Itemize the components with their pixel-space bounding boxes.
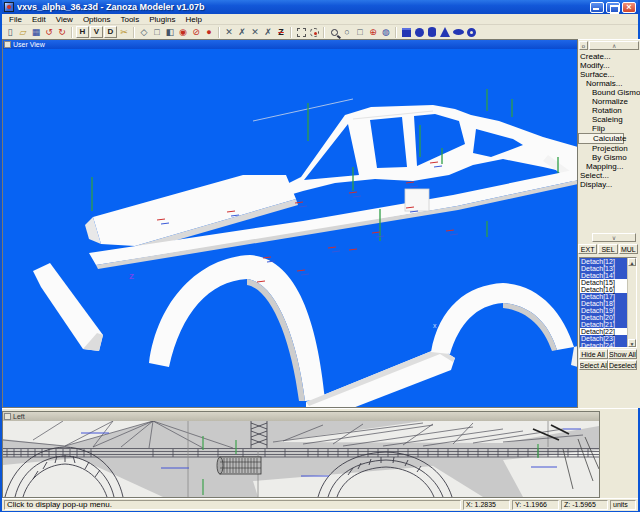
material-sphere-icon[interactable]: ◍: [380, 26, 392, 38]
sidebar-item-normalize[interactable]: Normalize: [578, 97, 640, 106]
deselect-button[interactable]: Deselect: [608, 360, 637, 370]
red-sphere-icon[interactable]: ●: [203, 26, 215, 38]
list-item[interactable]: Detach[18]: [580, 300, 627, 307]
list-item[interactable]: Detach[23]: [580, 335, 627, 342]
mirror-y-icon[interactable]: ✗: [236, 26, 248, 38]
list-item[interactable]: Detach[15]: [580, 279, 627, 286]
target-icon[interactable]: ⊕: [367, 26, 379, 38]
sidebar-item-mapping[interactable]: Mapping...: [578, 162, 640, 171]
cube-view-icon[interactable]: □: [354, 26, 366, 38]
viewport-maximize-icon[interactable]: [4, 413, 11, 420]
list-item[interactable]: Detach[17]: [580, 293, 627, 300]
mul-mode-button[interactable]: MUL: [619, 244, 638, 254]
sidebar-item-normals[interactable]: Normals...: [578, 79, 640, 88]
sidebar-item-surface[interactable]: Surface...: [578, 70, 640, 79]
sidebar-corner-button[interactable]: o: [579, 41, 588, 50]
close-button[interactable]: ×: [622, 2, 636, 13]
left-viewport-title: Left: [13, 413, 25, 420]
menu-file[interactable]: File: [4, 15, 27, 24]
menu-tools[interactable]: Tools: [115, 15, 144, 24]
list-item[interactable]: Detach[21]: [580, 321, 627, 328]
visibility-toggle-button[interactable]: V: [90, 26, 103, 38]
lasso-icon[interactable]: ◇: [138, 26, 150, 38]
sidebar-item-modify[interactable]: Modify...: [578, 61, 640, 70]
sidebar-item-flip[interactable]: Flip: [578, 124, 640, 133]
detach-listbox[interactable]: Detach[12] Detach[13] Detach[14] Detach[…: [579, 257, 637, 348]
export-icon[interactable]: ↻: [56, 26, 68, 38]
sidebar-item-calculate[interactable]: Calculate: [578, 133, 624, 144]
primitive-cylinder-icon[interactable]: [426, 26, 438, 38]
select-all-button[interactable]: Select All: [579, 360, 608, 370]
sphere-box-icon[interactable]: ◉: [177, 26, 189, 38]
mirror-all-icon[interactable]: ✗: [262, 26, 274, 38]
menu-options[interactable]: Options: [78, 15, 116, 24]
ext-mode-button[interactable]: EXT: [578, 244, 597, 254]
viewport-maximize-icon[interactable]: [4, 41, 11, 48]
list-item[interactable]: Detach[20]: [580, 314, 627, 321]
toolbar-separator: [395, 27, 397, 38]
sidebar-item-select[interactable]: Select...: [578, 171, 640, 180]
import-icon[interactable]: ↺: [43, 26, 55, 38]
left-viewport-canvas[interactable]: [3, 421, 599, 497]
list-item[interactable]: Detach[14]: [580, 272, 627, 279]
sidebar-item-bound-gismo[interactable]: Bound Gismo: [578, 88, 640, 97]
list-scrollbar[interactable]: ▲ ▼: [627, 258, 636, 347]
solid-box-icon[interactable]: ◧: [164, 26, 176, 38]
save-icon[interactable]: ▦: [30, 26, 42, 38]
rect-select-icon[interactable]: [295, 26, 307, 38]
main-viewport[interactable]: User View: [2, 39, 578, 408]
sidebar-item-rotation[interactable]: Rotation: [578, 106, 640, 115]
primitive-torus-icon[interactable]: [452, 26, 464, 38]
mirror-z-icon[interactable]: ✕: [249, 26, 261, 38]
zbuffer-off-icon[interactable]: Z: [275, 26, 287, 38]
left-viewport-header[interactable]: Left: [3, 412, 599, 421]
toolbar-separator: [133, 27, 135, 38]
sidebar-item-scaleing[interactable]: Scaleing: [578, 115, 640, 124]
list-item[interactable]: Detach[12]: [580, 258, 627, 265]
wire-box-icon[interactable]: □: [151, 26, 163, 38]
primitive-ring-icon[interactable]: [465, 26, 477, 38]
new-file-icon[interactable]: ▯: [4, 26, 16, 38]
sidebar-scroll-up-button[interactable]: ∧: [589, 41, 639, 50]
zoom-icon[interactable]: [328, 26, 340, 38]
list-item[interactable]: Detach[13]: [580, 265, 627, 272]
primitive-sphere-icon[interactable]: [413, 26, 425, 38]
circle-select-icon[interactable]: [308, 26, 320, 38]
show-all-button[interactable]: Show All: [608, 349, 637, 359]
sidebar-item-display[interactable]: Display...: [578, 180, 640, 189]
cut-icon[interactable]: ✂: [118, 26, 130, 38]
list-scroll-down-icon[interactable]: ▼: [628, 339, 636, 347]
open-folder-icon[interactable]: ▱: [17, 26, 29, 38]
sidebar-scroll-down-button[interactable]: ∨: [592, 233, 636, 242]
menu-view[interactable]: View: [51, 15, 78, 24]
sel-mode-button[interactable]: SEL: [598, 244, 617, 254]
list-item[interactable]: Detach[16]: [580, 286, 627, 293]
list-item[interactable]: Detach[24]: [580, 342, 627, 347]
list-scroll-up-icon[interactable]: ▲: [628, 258, 636, 266]
list-item[interactable]: Detach[22]: [580, 328, 627, 335]
menu-plugins[interactable]: Plugins: [144, 15, 180, 24]
car-model-3d-view[interactable]: Z x: [3, 49, 577, 407]
primitive-cube-icon[interactable]: [400, 26, 412, 38]
primitive-cone-icon[interactable]: [439, 26, 451, 38]
display-toggle-button[interactable]: D: [104, 26, 117, 38]
status-units: units: [610, 500, 636, 510]
menu-edit[interactable]: Edit: [27, 15, 51, 24]
sphere-off-icon[interactable]: ⊘: [190, 26, 202, 38]
left-viewport[interactable]: Left: [2, 411, 600, 498]
hide-toggle-button[interactable]: H: [76, 26, 89, 38]
menu-bar: File Edit View Options Tools Plugins Hel…: [2, 14, 638, 25]
wireframe-view[interactable]: [3, 421, 599, 497]
pan-icon[interactable]: ○: [341, 26, 353, 38]
minimize-button[interactable]: [590, 2, 604, 13]
sidebar-item-by-gismo[interactable]: By Gismo: [578, 153, 640, 162]
maximize-button[interactable]: [606, 2, 620, 13]
list-item[interactable]: Detach[19]: [580, 307, 627, 314]
menu-help[interactable]: Help: [180, 15, 206, 24]
mirror-x-icon[interactable]: ✕: [223, 26, 235, 38]
main-viewport-header[interactable]: User View: [3, 40, 577, 49]
main-viewport-canvas[interactable]: Z x: [3, 49, 577, 407]
sidebar-item-create[interactable]: Create...: [578, 52, 640, 61]
sidebar-item-projection[interactable]: Projection: [578, 144, 640, 153]
hide-all-button[interactable]: Hide All: [579, 349, 608, 359]
